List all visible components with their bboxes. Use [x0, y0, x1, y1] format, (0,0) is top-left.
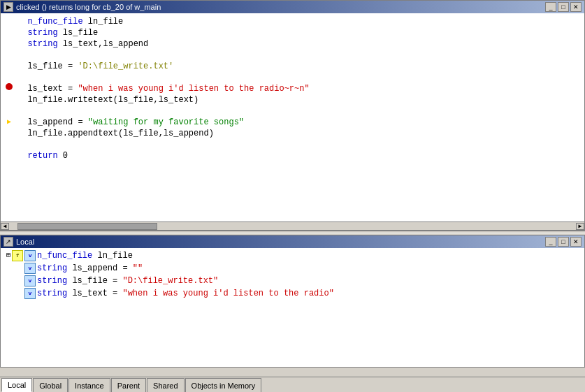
local-panel-title: Local	[16, 238, 34, 246]
tabs-bar: Local Global Instance Parent Shared Obje…	[0, 377, 585, 392]
arrow-marker: ▶	[3, 117, 15, 128]
local-minimize-button[interactable]: _	[545, 237, 556, 247]
code-maximize-button[interactable]: □	[558, 2, 569, 12]
tab-parent[interactable]: Parent	[111, 378, 146, 392]
tree-item-lstext: v string ls_text = "when i was young i'd…	[3, 287, 582, 300]
local-maximize-button[interactable]: □	[558, 237, 569, 247]
code-panel-titlebar: ▶ clicked () returns long for cb_20 of w…	[1, 1, 584, 13]
code-line	[17, 72, 582, 83]
tab-global[interactable]: Global	[33, 378, 68, 392]
tree-item-label-file: string ls_file = "D:\file_write.txt"	[37, 275, 218, 287]
var-icon-append: v	[24, 263, 36, 274]
code-content: n_func_file ln_file string ls_file strin…	[1, 13, 584, 222]
code-line	[17, 106, 582, 117]
code-line: ln_file.writetext(ls_file,ls_text)	[17, 94, 582, 106]
local-content: ⊞ f v n_func_file ln_file v string ls_ap…	[1, 248, 584, 367]
local-panel-controls[interactable]: _ □ ✕	[545, 237, 582, 247]
code-line-arrow: ▶ ls_append = "waiting for my favorite s…	[17, 117, 582, 128]
tab-objects-in-memory[interactable]: Objects in Memory	[185, 378, 262, 392]
local-titlebar-icon: ↗	[3, 237, 13, 247]
titlebar-icon: ▶	[3, 2, 13, 12]
code-panel-title: clicked () returns long for cb_20 of w_m…	[16, 3, 161, 11]
expand-icon[interactable]: ⊞	[6, 249, 10, 262]
tree-item-lsappend: v string ls_append = ""	[3, 262, 582, 275]
code-minimize-button[interactable]: _	[545, 2, 556, 12]
tree-item-func: ⊞ f v n_func_file ln_file	[3, 249, 582, 262]
local-panel: ↗ Local _ □ ✕ ⊞ f v n_func_file ln_file …	[0, 235, 585, 368]
scroll-right-btn[interactable]: ▶	[576, 223, 584, 230]
tree-item-label: n_func_file ln_file	[37, 249, 133, 262]
breakpoint-marker	[3, 83, 15, 90]
local-panel-titlebar: ↗ Local _ □ ✕	[1, 235, 584, 248]
tab-local[interactable]: Local	[1, 378, 32, 392]
local-close-button[interactable]: ✕	[570, 237, 582, 247]
tree-item-label-append: string ls_append = ""	[37, 262, 143, 275]
tree-item-label-text: string ls_text = "when i was young i'd l…	[37, 287, 334, 300]
local-titlebar-left: ↗ Local	[3, 237, 34, 247]
tab-shared[interactable]: Shared	[147, 378, 184, 392]
code-line	[17, 139, 582, 150]
code-line: string ls_text,ls_append	[17, 38, 582, 50]
func-icon: f	[12, 250, 23, 261]
var-icon-file: v	[24, 275, 36, 286]
code-line: string ls_file	[17, 27, 582, 38]
code-line-breakpoint: ls_text = "when i was young i'd listen t…	[17, 83, 582, 94]
code-line: ls_file = 'D:\file_write.txt'	[17, 61, 582, 72]
breakpoint-dot	[6, 83, 13, 90]
scroll-left-btn[interactable]: ◀	[1, 223, 9, 230]
tab-instance[interactable]: Instance	[68, 378, 110, 392]
var-icon-text: v	[24, 288, 36, 299]
code-line: ln_file.appendtext(ls_file,ls_append)	[17, 128, 582, 139]
titlebar-left: ▶ clicked () returns long for cb_20 of w…	[3, 2, 161, 12]
var-icon2: v	[24, 250, 36, 261]
code-hscrollbar[interactable]: ◀ ▶	[1, 222, 584, 230]
scroll-thumb[interactable]	[17, 223, 157, 230]
panel-resizer[interactable]	[0, 231, 585, 233]
code-line-return: return 0	[17, 150, 582, 161]
code-line: n_func_file ln_file	[17, 16, 582, 27]
code-line	[17, 50, 582, 61]
tree-item-lsfile: v string ls_file = "D:\file_write.txt"	[3, 275, 582, 287]
code-panel: ▶ clicked () returns long for cb_20 of w…	[0, 0, 585, 231]
code-panel-controls[interactable]: _ □ ✕	[545, 2, 582, 12]
code-close-button[interactable]: ✕	[570, 2, 582, 12]
